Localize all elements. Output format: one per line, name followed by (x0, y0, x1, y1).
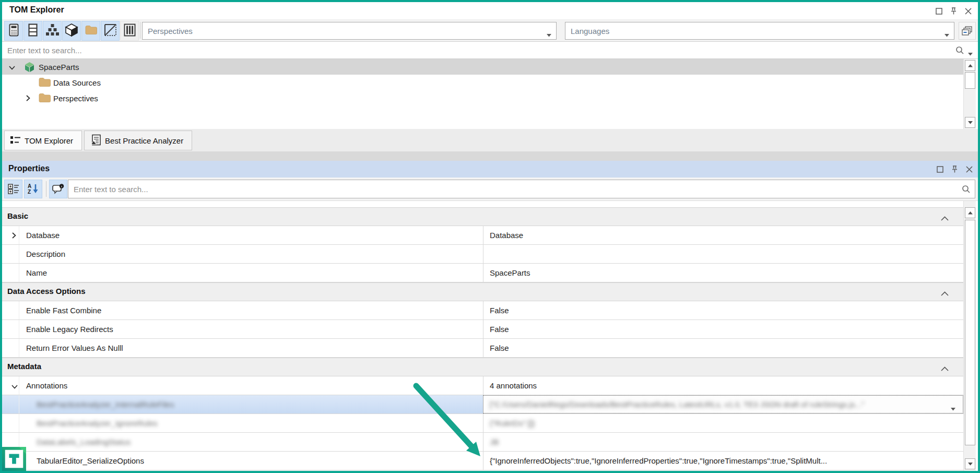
description-tooltip-button[interactable] (49, 180, 67, 198)
scroll-down-button[interactable] (965, 117, 975, 128)
property-value: False (490, 325, 509, 334)
property-name-cell[interactable]: Database (2, 226, 483, 244)
tree-scrollbar[interactable] (963, 59, 976, 129)
property-row-datalabels-loadingstatus[interactable]: DataLabels_LoadingStatusJB (2, 433, 963, 452)
property-row-return-error-values-as-nulll[interactable]: Return Error Values As NulllFalse (2, 339, 963, 358)
section-header-data-access-options[interactable]: Data Access Options (2, 282, 963, 301)
property-row-enable-fast-combine[interactable]: Enable Fast CombineFalse (2, 301, 963, 320)
toolbar-button-partitions[interactable] (101, 21, 120, 41)
svg-text:A: A (28, 183, 31, 189)
property-name-cell[interactable]: DataLabels_LoadingStatus (2, 433, 483, 451)
tab-tom-explorer[interactable]: TOM Explorer (4, 131, 82, 150)
chevron-up-icon[interactable] (941, 214, 949, 223)
property-value-cell[interactable]: False (483, 320, 963, 338)
property-row-tabulareditor-serializeoptions[interactable]: TabularEditor_SerializeOptions{"IgnoreIn… (2, 452, 963, 470)
close-button[interactable] (962, 5, 974, 17)
chevron-up-icon[interactable] (941, 289, 949, 298)
chevron-down-icon[interactable] (8, 63, 16, 72)
property-name-cell[interactable]: Enable Legacy Redirects (2, 320, 483, 338)
toolbar-button-folders[interactable] (81, 21, 100, 41)
value-dropdown-caret[interactable] (951, 404, 955, 412)
property-value-cell[interactable]: SpaceParts (483, 264, 963, 282)
property-row-enable-legacy-redirects[interactable]: Enable Legacy RedirectsFalse (2, 320, 963, 339)
property-value-cell[interactable]: Database (483, 226, 963, 244)
property-value-cell[interactable]: {"IgnoreInferredObjects":true,"IgnoreInf… (483, 452, 963, 470)
tree-item-spaceparts[interactable]: SpaceParts (2, 59, 963, 75)
properties-scrollbar[interactable] (963, 201, 976, 471)
chevron-right-icon[interactable] (11, 231, 16, 240)
pin-icon (951, 165, 959, 174)
languages-combobox[interactable]: Languages (565, 22, 954, 40)
perspectives-combobox-value: Perspectives (148, 27, 193, 36)
triangle-up-icon (968, 211, 973, 215)
toolbar-button-tables[interactable] (23, 21, 42, 41)
property-name-cell[interactable]: Enable Fast Combine (2, 301, 483, 320)
property-value-cell[interactable]: {"RuleIDs":[]} (483, 414, 963, 432)
property-value-cell[interactable]: 4 annotations (483, 376, 963, 395)
scrollbar-thumb[interactable] (965, 220, 975, 445)
property-row-bestpracticeanalyzer-internalrulefiles[interactable]: BestPracticeAnalyzer_InternalRuleFiles["… (2, 395, 963, 414)
section-header-basic[interactable]: Basic (2, 207, 963, 226)
info-bubble-icon (52, 184, 64, 195)
properties-close-button[interactable] (963, 163, 975, 175)
row-gutter (19, 376, 19, 395)
tom-search-input[interactable] (2, 42, 978, 58)
window-layout-button[interactable] (959, 22, 976, 40)
scroll-down-button[interactable] (965, 458, 975, 469)
tab-best-practice-analyzer[interactable]: Best Practice Analyzer (84, 131, 192, 150)
property-row-annotations[interactable]: Annotations4 annotations (2, 376, 963, 395)
triangle-up-icon (968, 64, 973, 67)
properties-toolbar-separator (46, 181, 46, 197)
tree-item-perspectives[interactable]: Perspectives (2, 90, 963, 106)
property-value-cell[interactable]: False (483, 339, 963, 357)
property-name-cell[interactable]: Description (2, 245, 483, 263)
properties-search-input[interactable] (68, 180, 975, 198)
search-options-caret[interactable] (968, 49, 973, 58)
chevron-down-icon[interactable] (11, 382, 18, 391)
chevron-up-icon[interactable] (941, 364, 949, 373)
property-value-cell[interactable]: False (483, 301, 963, 320)
tree-item-data-sources[interactable]: Data Sources (2, 75, 963, 90)
toolbar-button-measures[interactable] (4, 21, 23, 41)
property-name-cell[interactable]: TabularEditor_SerializeOptions (2, 452, 483, 470)
chevron-right-icon[interactable] (24, 94, 31, 103)
sort-alphabetical-button[interactable]: AZ (24, 180, 42, 198)
property-value-cell[interactable]: ["C:/Users/DanielRegs/Downloads/BestPrac… (483, 395, 963, 413)
property-value: False (490, 344, 509, 352)
property-name-cell[interactable]: Annotations (2, 376, 483, 395)
scrollbar-thumb[interactable] (965, 72, 975, 89)
property-value-cell[interactable] (483, 245, 963, 263)
perspectives-combobox[interactable]: Perspectives (142, 22, 557, 40)
property-row-name[interactable]: NameSpaceParts (2, 264, 963, 282)
toolbar-button-objects[interactable] (62, 21, 81, 41)
toolbar-button-hierarchies[interactable] (43, 21, 62, 41)
property-name-cell[interactable]: Return Error Values As Nulll (2, 339, 483, 357)
property-value: 4 annotations (490, 381, 537, 390)
property-row-database[interactable]: DatabaseDatabase (2, 226, 963, 245)
toolbar-button-columns[interactable] (120, 21, 139, 41)
property-name-cell[interactable]: BestPracticeAnalyzer_IgnoreRules (2, 414, 483, 432)
property-name-cell[interactable]: BestPracticeAnalyzer_InternalRuleFiles (2, 395, 483, 413)
properties-maximize-button[interactable] (934, 163, 946, 175)
section-header-metadata[interactable]: Metadata (2, 358, 963, 376)
property-row-description[interactable]: Description (2, 245, 963, 264)
chevron-down-icon (968, 53, 973, 56)
cube-icon (65, 23, 78, 39)
property-name-cell[interactable]: Name (2, 264, 483, 282)
row-gutter (19, 339, 19, 357)
tree-list-icon (10, 135, 21, 147)
maximize-button[interactable] (932, 5, 945, 17)
properties-pin-button[interactable] (948, 163, 961, 175)
model-cube-icon (24, 62, 36, 72)
categorized-button[interactable] (4, 180, 22, 198)
property-value: Database (490, 231, 523, 240)
property-row-bestpracticeanalyzer-ignorerules[interactable]: BestPracticeAnalyzer_IgnoreRules{"RuleID… (2, 414, 963, 433)
property-value-cell[interactable]: JB (483, 433, 963, 451)
scroll-up-button[interactable] (965, 60, 975, 71)
properties-titlebar: Properties (2, 161, 978, 178)
pin-button[interactable] (947, 5, 960, 17)
search-icon (962, 185, 971, 196)
triangle-down-icon (968, 121, 973, 124)
tabular-editor-logo (2, 447, 26, 471)
scroll-up-button[interactable] (965, 207, 975, 218)
